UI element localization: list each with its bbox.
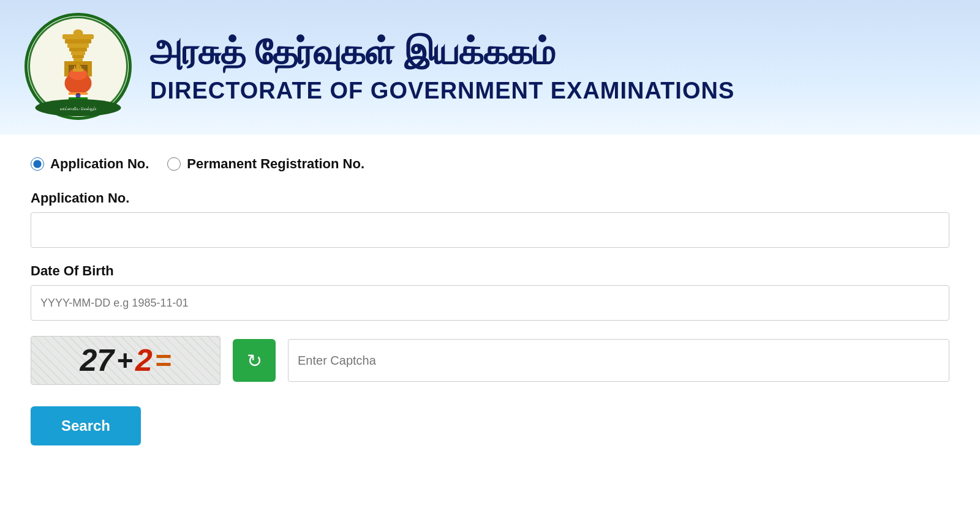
dob-label: Date Of Birth xyxy=(31,263,949,279)
svg-rect-19 xyxy=(80,66,81,69)
svg-rect-7 xyxy=(72,55,84,58)
svg-rect-6 xyxy=(71,51,85,55)
title-english: DIRECTORATE OF GOVERNMENT EXAMINATIONS xyxy=(150,78,734,104)
radio-application-label: Application No. xyxy=(50,156,149,172)
captcha-plus: + xyxy=(116,344,133,377)
svg-point-23 xyxy=(76,93,81,98)
radio-group: Application No. Permanent Registration N… xyxy=(31,156,949,172)
header: வாய்மையே வெல்லும் அரசுத் தேர்வுகள் இயக்க… xyxy=(0,0,980,135)
title-container: அரசுத் தேர்வுகள் இயக்ககம் DIRECTORATE OF… xyxy=(150,31,734,105)
radio-option-application[interactable]: Application No. xyxy=(31,156,149,172)
radio-permanent-label: Permanent Registration No. xyxy=(187,156,364,172)
captcha-num1: 27 xyxy=(80,343,114,378)
captcha-input[interactable] xyxy=(288,339,949,382)
captcha-eq: = xyxy=(155,344,172,377)
svg-text:வாய்மையே வெல்லும்: வாய்மையே வெல்லும் xyxy=(60,106,97,111)
svg-rect-17 xyxy=(74,66,75,69)
logo: வாய்மையே வெல்லும் xyxy=(24,13,132,122)
application-no-label: Application No. xyxy=(31,190,949,206)
title-tamil: அரசுத் தேர்வுகள் இயக்ககம் xyxy=(150,31,734,73)
dob-group: Date Of Birth xyxy=(31,263,949,321)
svg-point-12 xyxy=(74,29,83,37)
form-area: Application No. Permanent Registration N… xyxy=(0,135,980,467)
svg-rect-8 xyxy=(74,58,83,61)
svg-rect-5 xyxy=(69,48,87,51)
captcha-image: 27 + 2 = xyxy=(31,336,221,385)
radio-option-permanent[interactable]: Permanent Registration No. xyxy=(167,156,364,172)
captcha-num2: 2 xyxy=(135,343,153,378)
refresh-captcha-button[interactable]: ↻ xyxy=(233,339,276,382)
dob-input[interactable] xyxy=(31,285,949,321)
radio-application[interactable] xyxy=(31,157,44,171)
application-no-input[interactable] xyxy=(31,212,949,248)
radio-permanent[interactable] xyxy=(167,157,181,171)
search-button[interactable]: Search xyxy=(31,406,141,445)
captcha-display: 27 + 2 = xyxy=(80,343,171,378)
svg-rect-4 xyxy=(67,43,89,48)
svg-rect-18 xyxy=(77,65,79,69)
refresh-icon: ↻ xyxy=(247,350,262,371)
svg-rect-3 xyxy=(65,39,91,43)
search-button-container: Search xyxy=(31,406,949,445)
application-no-group: Application No. xyxy=(31,190,949,248)
captcha-row: 27 + 2 = ↻ xyxy=(31,336,949,385)
